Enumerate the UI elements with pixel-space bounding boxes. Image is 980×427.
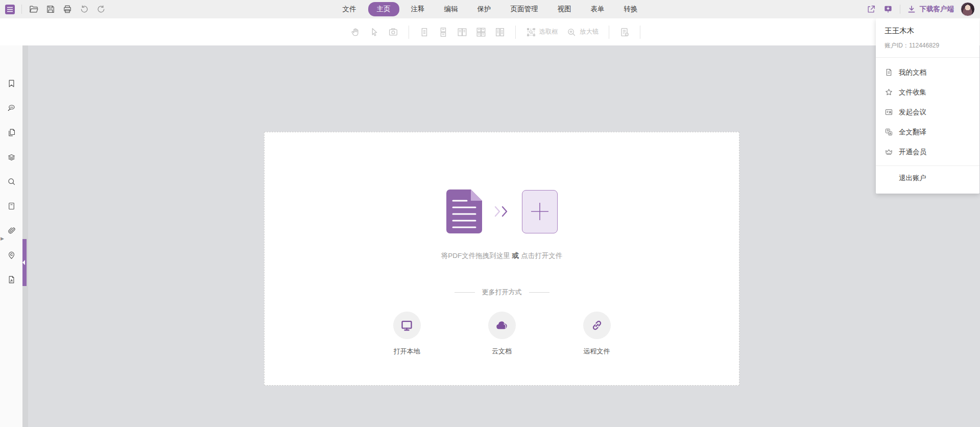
undo-button[interactable] [79,4,89,14]
present-button[interactable] [883,4,893,14]
logout-button[interactable]: 退出账户 [876,166,979,191]
tab-convert[interactable]: 转换 [616,3,646,16]
print-button[interactable] [62,4,73,14]
comments-panel-button[interactable] [7,103,16,113]
open-local-button[interactable]: 打开本地 [393,312,421,356]
link-icon [590,319,604,332]
camera-icon [387,27,398,38]
more-open-ways: 更多打开方式 [265,288,739,297]
cloud-docs-label: 云文档 [492,347,512,356]
file-collect-icon [885,88,893,97]
magnifier-label: 放大镜 [580,28,599,36]
single-page-view-button[interactable] [418,27,429,38]
layers-icon [7,152,16,162]
menu-item-start-meeting[interactable]: 发起会议 [876,102,979,122]
drop-hint[interactable]: 将PDF文件拖拽到这里或点击打开文件 [265,251,739,260]
user-info: 王王木木 账户ID：112446829 [876,18,979,58]
panel-gutter [22,45,28,427]
document-properties-button[interactable] [618,27,630,38]
page-field-icon [7,201,16,211]
user-avatar[interactable] [961,2,975,16]
continuous-pages-icon [437,27,448,38]
printer-icon [62,4,73,14]
split-view-button[interactable] [494,27,505,38]
layers-panel-button[interactable] [7,152,16,162]
membership-icon [885,148,893,156]
search-icon [7,177,16,186]
tab-protect[interactable]: 保护 [470,3,499,16]
signature-panel-button[interactable] [7,275,16,284]
select-tool-button[interactable] [368,27,379,38]
magnifier-button[interactable]: 放大镜 [566,27,599,38]
tab-home[interactable]: 主页 [368,2,399,16]
start-meeting-icon [885,108,893,116]
menu-item-my-documents[interactable]: 我的文档 [876,62,979,82]
facing-continuous-view-button[interactable] [475,27,486,38]
save-button[interactable] [45,4,56,14]
facing-view-button[interactable] [456,27,467,38]
cloud-docs-button[interactable]: 云文档 [488,312,516,356]
marquee-icon [525,27,536,38]
user-dropdown: 王王木木 账户ID：112446829 我的文档 文件收集 发起会议 全文翻译 … [876,18,979,194]
single-page-icon [418,27,429,38]
more-open-ways-label: 更多打开方式 [482,288,522,297]
remote-file-label: 远程文件 [584,347,610,356]
download-client-label: 下载客户端 [920,5,954,14]
share-button[interactable] [866,4,876,14]
download-icon [907,5,916,14]
redo-icon [96,4,106,14]
thumbnail-panel-button[interactable] [7,201,16,211]
add-file-button[interactable] [522,190,558,233]
open-local-label: 打开本地 [394,347,420,356]
open-file-button[interactable] [29,4,39,14]
download-client-button[interactable]: 下载客户端 [907,5,954,14]
top-menubar: 文件 主页 注释 编辑 保护 页面管理 视图 表单 转换 下载客户端 [0,0,980,18]
divider-line [455,292,475,293]
snapshot-button[interactable] [387,27,398,38]
view-toolbar: 选取框 放大镜 [0,18,980,45]
main-menu-button[interactable] [5,5,15,14]
tab-comment[interactable]: 注释 [403,3,433,16]
remote-file-button[interactable]: 远程文件 [583,312,611,356]
cloud-icon [494,318,509,333]
user-name: 王王木木 [885,26,971,36]
user-menu-list: 我的文档 文件收集 发起会议 全文翻译 开通会员 [876,58,979,162]
attachments-panel-button[interactable] [7,226,16,235]
divider [900,5,900,14]
cursor-icon [368,27,379,38]
divider [639,26,640,39]
tab-file[interactable]: 文件 [335,3,364,16]
divider [408,26,409,39]
tab-edit[interactable]: 编辑 [437,3,466,16]
marquee-zoom-button[interactable]: 选取框 [525,27,558,38]
signature-doc-icon [7,275,16,284]
my-documents-icon [885,68,893,77]
pdf-drop-zone[interactable]: 将PDF文件拖拽到这里或点击打开文件 更多打开方式 打开本地 云文档 远程文件 [264,132,739,386]
search-panel-button[interactable] [7,177,16,186]
split-view-icon [494,27,505,38]
hand-tool-button[interactable] [349,27,361,38]
pages-panel-button[interactable] [7,128,16,137]
drop-hint-click[interactable]: 点击打开文件 [521,252,562,259]
translate-icon [885,128,893,136]
undo-icon [79,4,89,14]
tab-view[interactable]: 视图 [550,3,579,16]
drop-zone-graphic [265,189,739,233]
chevron-right-double-icon [493,206,511,217]
quick-actions [5,0,106,18]
pdf-document-icon [446,189,482,233]
panel-collapse-handle[interactable] [22,239,27,286]
divider-line [529,292,549,293]
menu-item-translate[interactable]: 全文翻译 [876,122,979,142]
divider [515,26,515,39]
destinations-panel-button[interactable] [7,250,16,260]
plus-icon [530,202,549,221]
menu-item-membership[interactable]: 开通会员 [876,142,979,162]
edge-expand-arrow[interactable]: ▶ [1,236,4,241]
bookmarks-panel-button[interactable] [7,79,16,88]
redo-button[interactable] [96,4,106,14]
tab-form[interactable]: 表单 [583,3,612,16]
menu-item-file-collect[interactable]: 文件收集 [876,82,979,102]
continuous-view-button[interactable] [437,27,448,38]
tab-page-manage[interactable]: 页面管理 [503,3,546,16]
